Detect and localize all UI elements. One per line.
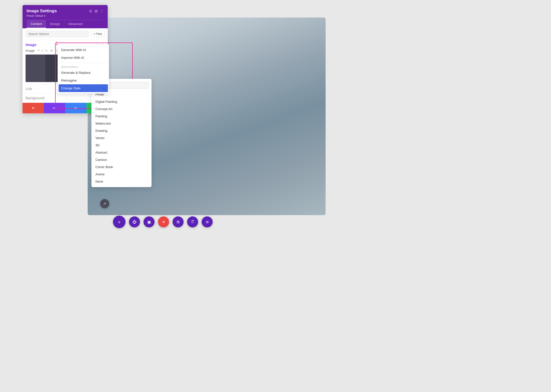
dropdown-item-generate-with-ai[interactable]: Generate With AI [58,46,109,54]
svg-rect-5 [281,70,307,215]
dropdown-item-change-style[interactable]: Change Style ↖ [59,84,108,92]
close-icon: ✕ [162,220,165,224]
adjustments-icon: ≋ [206,220,209,224]
undo-icon[interactable]: ↺ [50,49,53,53]
cancel-button[interactable]: ✕ [23,103,44,113]
power-button[interactable]: ⏻ [129,216,140,227]
dropdown-item-improve-with-ai[interactable]: Improve With AI [58,54,109,62]
history-icon: ⏱ [191,220,195,224]
adjustments-button[interactable]: ≋ [202,216,213,227]
undo-button[interactable]: ↩ [44,103,65,113]
background-label: Background [26,96,44,100]
mobile-icon[interactable]: □ [41,49,43,53]
history-button[interactable]: ⏱ [187,216,198,227]
cursor-icon[interactable]: ↖ [45,49,48,53]
power-icon: ⏻ [132,220,136,224]
header-icons: ⊡ ⊞ ⋮ [89,9,104,13]
panel-title: Image Settings [27,9,57,14]
tab-content[interactable]: Content [27,20,46,28]
style-item-comic-book[interactable]: Comic Book [91,163,152,171]
preset-label: Preset: Default [27,15,43,17]
tab-design[interactable]: Design [46,20,64,28]
cancel-icon: ✕ [32,106,35,110]
style-item-abstract[interactable]: Abstract [91,149,152,156]
grid-icon: ▣ [147,220,151,224]
screen-icon[interactable]: ⊡ [89,9,92,13]
style-item-digital-painting[interactable]: Digital Painting [91,98,152,105]
help-icon[interactable]: ? [38,49,39,53]
filter-button[interactable]: + Filter [91,31,105,37]
style-item-watercolor[interactable]: Watercolor [91,120,152,127]
style-selector: Photo Digital Painting Concept Art Paint… [91,79,152,187]
svg-rect-11 [179,89,185,115]
redo-button[interactable]: ↪ [65,103,86,113]
undo-icon: ↩ [53,106,56,110]
style-item-painting[interactable]: Painting [91,113,152,120]
style-item-vector[interactable]: Vector [91,134,152,142]
svg-point-10 [186,75,201,90]
floating-gear-icon: ↗ [103,202,106,206]
panel-tabs: Content Design Advanced [27,20,104,28]
svg-rect-13 [187,120,192,146]
svg-rect-14 [194,120,199,146]
close-button[interactable]: ✕ [158,216,169,227]
svg-rect-9 [186,88,201,122]
more-icon[interactable]: ⋮ [100,9,104,13]
style-item-3d[interactable]: 3D [91,142,152,149]
dropdown-item-reimagine[interactable]: Reimagine [58,77,109,84]
search-options-input[interactable] [26,31,89,37]
bottom-toolbar: ＋ ⏻ ▣ ✕ ⚙ ⏱ ≋ [113,216,213,228]
style-item-drawing[interactable]: Drawing [91,127,152,134]
dropdown-menu: Generate With AI Improve With AI Quick A… [58,45,109,94]
grid-button[interactable]: ▣ [144,216,155,227]
svg-rect-16 [26,55,45,82]
cursor-icon: ↖ [102,86,105,90]
gear-button[interactable]: ⚙ [173,216,184,227]
link-label: Link [26,87,32,91]
style-item-cartoon[interactable]: Cartoon [91,156,152,163]
style-item-anime[interactable]: Anime [91,171,152,178]
add-button[interactable]: ＋ [113,216,125,228]
search-bar: + Filter [23,28,108,40]
add-icon: ＋ [117,219,122,225]
dropdown-divider [58,63,109,63]
svg-rect-12 [201,89,207,113]
preset-chevron: ▾ [44,15,45,17]
gear-icon: ⚙ [176,220,180,224]
style-item-concept-art[interactable]: Concept Art [91,105,152,113]
panel-header: Image Settings ⊡ ⊞ ⋮ Preset: Default ▾ C… [23,5,108,28]
image-section-title: Image [26,43,36,47]
floating-settings-button[interactable]: ↗ [100,199,109,208]
dropdown-item-generate-replace[interactable]: Generate & Replace [58,69,109,77]
preset-row[interactable]: Preset: Default ▾ [27,15,104,17]
style-item-none[interactable]: None [91,178,152,185]
tab-advanced[interactable]: Advanced [64,20,87,28]
quick-actions-label: Quick Actions [58,64,109,69]
grid-icon[interactable]: ⊞ [95,9,98,13]
image-label: Image [26,49,35,53]
svg-rect-6 [302,59,326,215]
redo-icon: ↪ [74,106,77,110]
svg-rect-4 [265,44,286,215]
